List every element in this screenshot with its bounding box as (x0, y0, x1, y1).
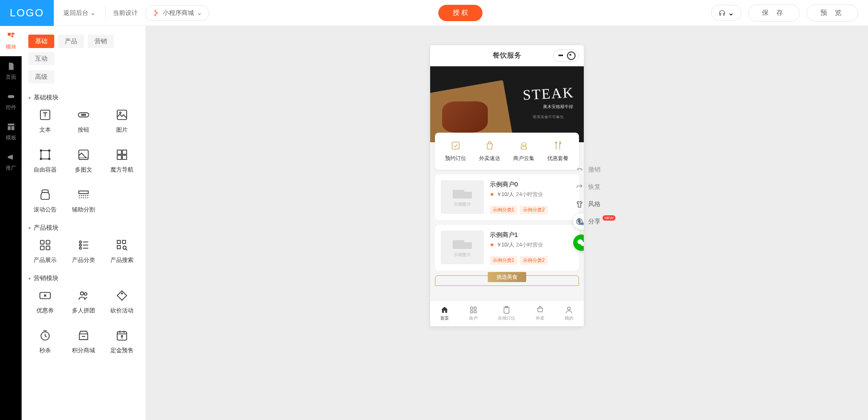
module-points[interactable]: 积分商城 (67, 329, 100, 355)
module-seckill[interactable]: 秒杀 (28, 329, 62, 355)
shop-icon (77, 329, 90, 342)
wechat-icon (577, 238, 584, 247)
rail-page[interactable]: 页面 (0, 56, 22, 86)
star-icon: ★ (490, 191, 494, 198)
tabbar-mine[interactable]: 我的 (565, 306, 573, 321)
section-banner: 挑选美食 (435, 275, 579, 286)
clipboard-icon (502, 306, 511, 314)
right-toolbar: 撤销 恢复 风格 分享 NEW (576, 165, 618, 226)
share-button[interactable]: 分享 NEW (576, 217, 618, 226)
module-icon (7, 32, 15, 40)
redo-icon (576, 183, 583, 191)
module-divider[interactable]: 辅助分割 (67, 188, 100, 214)
module-productsearch[interactable]: 产品搜索 (105, 239, 139, 264)
rail-widget[interactable]: 控件 (0, 86, 22, 117)
module-magicnav[interactable]: 魔方导航 (105, 148, 139, 174)
tab-interactive[interactable]: 互动 (28, 52, 54, 65)
support-button[interactable]: ⌄ (711, 5, 741, 21)
module-panel: 基础 产品 营销 互动 高级 基础模块 文本 按钮 图片 自由容器 (22, 26, 145, 420)
back-button[interactable]: 返回后台 ⌄ (54, 5, 106, 21)
chevron-down-icon: ⌄ (197, 9, 202, 16)
utensils-icon (553, 140, 563, 151)
style-button[interactable]: 风格 (576, 200, 618, 209)
module-scroll[interactable]: 滚动公告 (28, 188, 62, 214)
tab-advanced[interactable]: 高级 (28, 70, 54, 84)
undo-button[interactable]: 撤销 (576, 165, 618, 174)
rail-template[interactable]: 模板 (0, 117, 22, 147)
feature-card: 预约订位 外卖速达 商户云集 优惠套餐 (435, 133, 579, 170)
miniprogram-icon (152, 9, 160, 17)
module-text[interactable]: 文本 (28, 109, 62, 134)
svg-rect-3 (8, 95, 14, 98)
svg-point-13 (120, 112, 121, 113)
feature-booking[interactable]: 预约订位 (445, 140, 466, 162)
left-rail: 模块 页面 控件 模板 推广 (0, 26, 22, 420)
merchant-card[interactable]: 示例图片 示例商户1 ★ ￥10/人 24小时营业 示例分类1 示例分类2 (435, 225, 579, 271)
save-button[interactable]: 保 存 (748, 4, 800, 22)
rail-promote[interactable]: 推广 (0, 147, 22, 177)
button-icon (77, 109, 90, 121)
module-image[interactable]: 图片 (105, 109, 139, 134)
svg-rect-43 (470, 307, 473, 309)
svg-point-30 (79, 244, 81, 246)
svg-rect-4 (8, 124, 14, 125)
phone-tabbar: 首页 商户 在线订位 外卖 我的 (430, 300, 584, 326)
cart-icon (536, 306, 544, 314)
tab-product[interactable]: 产品 (58, 35, 84, 48)
svg-rect-27 (40, 246, 44, 250)
svg-rect-28 (46, 246, 50, 250)
rail-module[interactable]: 模块 (0, 26, 22, 56)
divider-icon (77, 188, 90, 201)
module-coupon[interactable]: 优惠券 (28, 289, 62, 315)
coupon-icon (39, 289, 51, 302)
new-badge: NEW (603, 215, 615, 221)
svg-point-17 (40, 158, 42, 160)
app-header: LOGO 返回后台 ⌄ 当前设计 小程序商城 ⌄ 授 权 ⌄ 保 存 预 览 (0, 0, 868, 26)
module-presale[interactable]: 定金预售 (105, 329, 139, 355)
preview-button[interactable]: 预 览 (807, 4, 858, 22)
module-productcat[interactable]: 产品分类 (67, 239, 100, 264)
tag: 示例分类1 (490, 256, 518, 265)
tabbar-merchant[interactable]: 商户 (469, 306, 478, 321)
svg-point-16 (48, 150, 50, 151)
share-icon (576, 218, 583, 225)
tabbar-home[interactable]: 首页 (440, 306, 449, 321)
svg-rect-14 (41, 150, 49, 159)
section-product[interactable]: 产品模块 (28, 223, 139, 232)
redo-button[interactable]: 恢复 (576, 183, 618, 191)
svg-point-48 (567, 307, 570, 310)
module-button[interactable]: 按钮 (67, 109, 100, 134)
banner[interactable]: STEAK 果木安格斯牛排 唯有美食不可辜负 (430, 66, 584, 142)
feature-delivery[interactable]: 外卖速达 (479, 140, 500, 162)
scroll-icon (39, 188, 51, 201)
module-container[interactable]: 自由容器 (28, 148, 62, 174)
feature-merchants[interactable]: 商户云集 (513, 140, 534, 162)
tab-basic[interactable]: 基础 (28, 35, 54, 48)
user-icon (565, 306, 573, 314)
svg-point-15 (40, 150, 42, 151)
home-icon (440, 306, 449, 314)
section-basic[interactable]: 基础模块 (28, 93, 139, 102)
authorize-button[interactable]: 授 权 (438, 5, 482, 21)
tabbar-booking[interactable]: 在线订位 (498, 306, 515, 321)
feature-combo[interactable]: 优惠套餐 (547, 140, 568, 162)
phone-menu[interactable]: ••• (553, 49, 579, 62)
module-productshow[interactable]: 产品展示 (28, 239, 62, 264)
module-bargain[interactable]: 砍价活动 (105, 289, 139, 315)
section-marketing[interactable]: 营销模块 (28, 274, 139, 283)
merchant-card[interactable]: 示例图片 示例商户0 ★ ￥10/人 24小时营业 示例分类1 示例分类2 (435, 174, 579, 220)
banner-title: STEAK (522, 84, 574, 103)
svg-rect-2 (11, 36, 13, 37)
module-multiimg[interactable]: 多图文 (67, 148, 100, 174)
svg-point-9 (82, 114, 83, 115)
design-selector[interactable]: 小程序商城 ⌄ (145, 5, 209, 21)
tag-icon (116, 289, 128, 302)
banner-subtitle2: 唯有美食不可辜负 (533, 114, 564, 120)
tab-marketing[interactable]: 营销 (88, 35, 114, 48)
svg-rect-5 (8, 126, 11, 130)
svg-rect-44 (474, 307, 477, 309)
current-design-label: 当前设计 (106, 9, 145, 17)
svg-rect-34 (122, 240, 126, 244)
module-groupbuy[interactable]: 多人拼团 (67, 289, 100, 315)
tabbar-delivery[interactable]: 外卖 (536, 306, 544, 321)
